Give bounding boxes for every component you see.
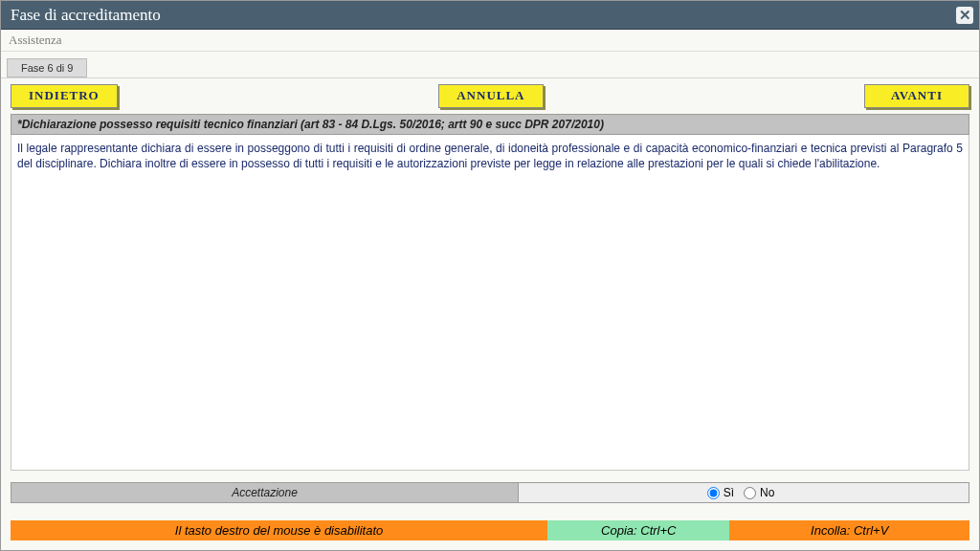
tab-row: Fase 6 di 9 [1, 52, 979, 78]
menu-assistenza[interactable]: Assistenza [9, 33, 62, 48]
radio-si[interactable] [707, 487, 720, 499]
acceptance-label: Accettazione [11, 482, 519, 503]
menubar: Assistenza [1, 30, 979, 52]
tab-phase[interactable]: Fase 6 di 9 [7, 58, 87, 77]
back-button[interactable]: INDIETRO [11, 84, 118, 108]
radio-si-label: Sì [724, 486, 734, 499]
declaration-body: Il legale rappresentante dichiara di ess… [11, 135, 969, 471]
hint-paste: Incolla: Ctrl+V [729, 520, 969, 540]
app-window: Fase di accreditamento ✕ Assistenza Fase… [0, 0, 980, 551]
acceptance-row: Accettazione Sì No [11, 482, 969, 503]
radio-no-label: No [760, 486, 774, 499]
close-icon[interactable]: ✕ [956, 7, 973, 24]
declaration-header: *Dichiarazione possesso requisiti tecnic… [11, 114, 969, 135]
acceptance-options: Sì No [519, 482, 969, 503]
footer-hint-row: Il tasto destro del mouse è disabilitato… [11, 520, 969, 540]
next-button[interactable]: AVANTI [864, 84, 969, 108]
hint-copy: Copia: Ctrl+C [547, 520, 729, 540]
hint-rightclick-disabled: Il tasto destro del mouse è disabilitato [11, 520, 547, 540]
nav-button-row: INDIETRO ANNULLA AVANTI [1, 78, 979, 114]
radio-no[interactable] [744, 487, 756, 499]
window-title: Fase di accreditamento [11, 6, 956, 25]
cancel-button[interactable]: ANNULLA [438, 84, 544, 108]
content-area: *Dichiarazione possesso requisiti tecnic… [1, 114, 979, 503]
titlebar: Fase di accreditamento ✕ [1, 1, 979, 30]
